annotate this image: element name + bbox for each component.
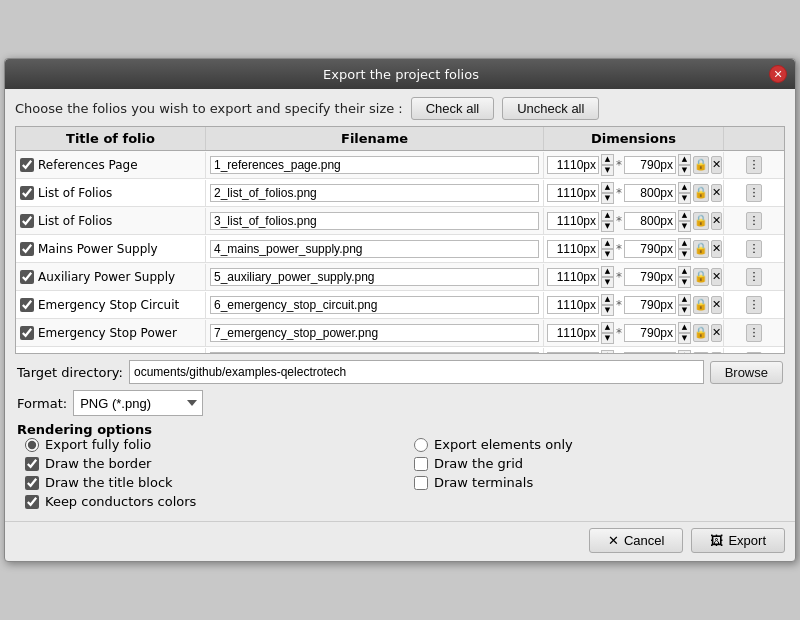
format-select[interactable]: PNG (*.png) JPEG (*.jpg) BMP (*.bmp) SVG… — [73, 390, 203, 416]
row-extra-button[interactable]: ⋮ — [746, 324, 762, 342]
width-down-arrow[interactable]: ▼ — [601, 305, 614, 316]
height-down-arrow[interactable]: ▼ — [678, 333, 691, 344]
draw-border-checkbox[interactable] — [25, 457, 39, 471]
row-checkbox[interactable] — [20, 186, 34, 200]
lock-button[interactable]: 🔒 — [693, 324, 709, 342]
draw-terminals-checkbox[interactable] — [414, 476, 428, 490]
row-width-input[interactable] — [547, 240, 599, 258]
width-up-arrow[interactable]: ▲ — [601, 266, 614, 277]
browse-button[interactable]: Browse — [710, 361, 783, 384]
reset-button[interactable]: ✕ — [711, 296, 722, 314]
target-dir-input[interactable] — [129, 360, 704, 384]
width-up-arrow[interactable]: ▲ — [601, 210, 614, 221]
draw-grid-checkbox[interactable] — [414, 457, 428, 471]
row-height-input[interactable] — [624, 352, 676, 355]
height-down-arrow[interactable]: ▼ — [678, 165, 691, 176]
row-extra-button[interactable]: ⋮ — [746, 156, 762, 174]
reset-button[interactable]: ✕ — [711, 324, 722, 342]
row-filename-input[interactable] — [210, 212, 539, 230]
reset-button[interactable]: ✕ — [711, 268, 722, 286]
row-checkbox[interactable] — [20, 214, 34, 228]
row-width-input[interactable] — [547, 184, 599, 202]
lock-button[interactable]: 🔒 — [693, 352, 709, 355]
export-button[interactable]: 🖼 Export — [691, 528, 785, 553]
conductors-colors-checkbox[interactable] — [25, 495, 39, 509]
width-down-arrow[interactable]: ▼ — [601, 165, 614, 176]
row-filename-input[interactable] — [210, 240, 539, 258]
row-extra-button[interactable]: ⋮ — [746, 240, 762, 258]
row-extra-button[interactable]: ⋮ — [746, 212, 762, 230]
row-width-input[interactable] — [547, 324, 599, 342]
lock-button[interactable]: 🔒 — [693, 156, 709, 174]
uncheck-all-button[interactable]: Uncheck all — [502, 97, 599, 120]
row-width-input[interactable] — [547, 268, 599, 286]
row-checkbox[interactable] — [20, 326, 34, 340]
export-elements-radio[interactable] — [414, 438, 428, 452]
height-up-arrow[interactable]: ▲ — [678, 322, 691, 333]
lock-button[interactable]: 🔒 — [693, 212, 709, 230]
row-checkbox[interactable] — [20, 298, 34, 312]
height-up-arrow[interactable]: ▲ — [678, 238, 691, 249]
width-up-arrow[interactable]: ▲ — [601, 294, 614, 305]
draw-title-block-checkbox[interactable] — [25, 476, 39, 490]
height-down-arrow[interactable]: ▼ — [678, 249, 691, 260]
width-down-arrow[interactable]: ▼ — [601, 277, 614, 288]
row-width-input[interactable] — [547, 296, 599, 314]
height-up-arrow[interactable]: ▲ — [678, 182, 691, 193]
width-up-arrow[interactable]: ▲ — [601, 182, 614, 193]
lock-button[interactable]: 🔒 — [693, 268, 709, 286]
height-down-arrow[interactable]: ▼ — [678, 193, 691, 204]
row-checkbox[interactable] — [20, 354, 34, 355]
height-up-arrow[interactable]: ▲ — [678, 266, 691, 277]
width-down-arrow[interactable]: ▼ — [601, 249, 614, 260]
lock-button[interactable]: 🔒 — [693, 184, 709, 202]
lock-button[interactable]: 🔒 — [693, 240, 709, 258]
width-up-arrow[interactable]: ▲ — [601, 154, 614, 165]
row-filename-input[interactable] — [210, 184, 539, 202]
row-filename-input[interactable] — [210, 352, 539, 355]
row-extra-button[interactable]: ⋮ — [746, 352, 762, 355]
row-filename-input[interactable] — [210, 156, 539, 174]
row-extra-button[interactable]: ⋮ — [746, 268, 762, 286]
row-height-input[interactable] — [624, 268, 676, 286]
height-down-arrow[interactable]: ▼ — [678, 305, 691, 316]
row-height-input[interactable] — [624, 184, 676, 202]
cancel-button[interactable]: ✕ Cancel — [589, 528, 683, 553]
row-height-input[interactable] — [624, 212, 676, 230]
row-extra-button[interactable]: ⋮ — [746, 296, 762, 314]
height-up-arrow[interactable]: ▲ — [678, 210, 691, 221]
row-width-input[interactable] — [547, 212, 599, 230]
reset-button[interactable]: ✕ — [711, 352, 722, 355]
height-up-arrow[interactable]: ▲ — [678, 350, 691, 355]
row-width-input[interactable] — [547, 156, 599, 174]
row-height-input[interactable] — [624, 324, 676, 342]
row-filename-input[interactable] — [210, 268, 539, 286]
reset-button[interactable]: ✕ — [711, 212, 722, 230]
reset-button[interactable]: ✕ — [711, 184, 722, 202]
height-down-arrow[interactable]: ▼ — [678, 277, 691, 288]
row-height-input[interactable] — [624, 240, 676, 258]
width-up-arrow[interactable]: ▲ — [601, 322, 614, 333]
reset-button[interactable]: ✕ — [711, 156, 722, 174]
row-checkbox[interactable] — [20, 158, 34, 172]
row-width-input[interactable] — [547, 352, 599, 355]
width-up-arrow[interactable]: ▲ — [601, 350, 614, 355]
height-up-arrow[interactable]: ▲ — [678, 294, 691, 305]
reset-button[interactable]: ✕ — [711, 240, 722, 258]
width-up-arrow[interactable]: ▲ — [601, 238, 614, 249]
height-up-arrow[interactable]: ▲ — [678, 154, 691, 165]
lock-button[interactable]: 🔒 — [693, 296, 709, 314]
export-fully-radio[interactable] — [25, 438, 39, 452]
row-checkbox[interactable] — [20, 270, 34, 284]
row-extra-button[interactable]: ⋮ — [746, 184, 762, 202]
row-checkbox[interactable] — [20, 242, 34, 256]
row-filename-input[interactable] — [210, 296, 539, 314]
row-filename-input[interactable] — [210, 324, 539, 342]
row-height-input[interactable] — [624, 296, 676, 314]
width-down-arrow[interactable]: ▼ — [601, 193, 614, 204]
close-button[interactable]: ✕ — [769, 65, 787, 83]
width-down-arrow[interactable]: ▼ — [601, 333, 614, 344]
check-all-button[interactable]: Check all — [411, 97, 494, 120]
height-down-arrow[interactable]: ▼ — [678, 221, 691, 232]
row-height-input[interactable] — [624, 156, 676, 174]
